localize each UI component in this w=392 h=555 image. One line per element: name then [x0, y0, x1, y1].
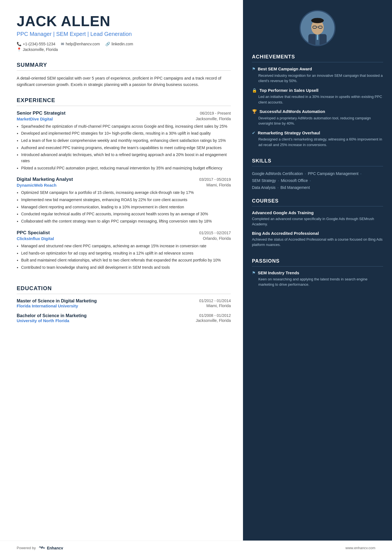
passion-flag-icon: ⚑ [252, 270, 255, 275]
checkmark-icon: ✔ [252, 130, 255, 135]
course-2-title: Bing Ads Accredited Professional [252, 231, 383, 236]
passion-1-title: SEM Industry Trends [258, 270, 299, 275]
course-2-desc: Achieved the status of Accredited Profes… [252, 237, 383, 248]
job-2-header: Digital Marketing Analyst 03/2017 - 05/2… [17, 177, 231, 182]
job-3-header: PPC Specialist 01/2015 - 02/2017 [17, 230, 231, 236]
job-2-bullets: Optimized SEM campaigns for a portfolio … [17, 190, 231, 224]
lock-icon: 🔒 [252, 88, 257, 93]
email-value: help@enhancv.com [66, 42, 100, 46]
contact-row: 📞 +1-(234)-555-1234 ✉ help@enhancv.com 🔗… [17, 42, 231, 46]
job-1-header: Senior PPC Strategist 06/2019 - Present [17, 110, 231, 116]
skill-item: SEM Strategy [252, 178, 276, 183]
achievement-4: ✔ Remarketing Strategy Overhaul Redesign… [252, 130, 383, 148]
skill-dot: · [359, 171, 361, 176]
edu-1-date: 01/2012 - 01/2014 [199, 299, 231, 304]
powered-by-text: Powered by [17, 546, 36, 550]
job-1-location: Jacksonville, Florida [196, 117, 231, 121]
skill-item: Bid Management [281, 185, 310, 190]
bullet-item: Developed and implemented PPC strategies… [21, 130, 231, 137]
location-icon: 📍 [17, 47, 21, 52]
phone-icon: 📞 [17, 42, 21, 46]
bullet-item: Conducted regular technical audits of PP… [21, 211, 231, 217]
experience-section: EXPERIENCE Senior PPC Strategist 06/2019… [17, 97, 231, 276]
bullet-item: Spearheaded the optimization of multi-ch… [21, 124, 231, 130]
edu-2-date: 01/2008 - 01/2012 [199, 313, 231, 318]
job-1-bullets: Spearheaded the optimization of multi-ch… [17, 124, 231, 171]
skill-item: Microsoft Office [281, 178, 308, 183]
location-row: 📍 Jacksonville, Florida [17, 47, 231, 52]
job-1-company-row: MarketDive Digital Jacksonville, Florida [17, 117, 231, 121]
summary-section: SUMMARY A detail-oriented SEM specialist… [17, 62, 231, 88]
achievement-3-header: 🏆 Successful AdWords Automation [252, 109, 383, 114]
linkedin-contact: 🔗 linkedin.com [105, 42, 133, 46]
job-3-date: 01/2015 - 02/2017 [199, 231, 231, 235]
enhancv-logo: Enhancv [38, 545, 63, 551]
job-3-company: ClicksInflux Digital [17, 236, 54, 241]
brand-name: Enhancv [47, 546, 63, 550]
candidate-title: PPC Manager | SEM Expert | Lead Generati… [17, 31, 231, 37]
header-section: JACK ALLEN PPC Manager | SEM Expert | Le… [17, 13, 231, 53]
passion-1-desc: Keen on researching and applying the lat… [252, 277, 383, 287]
experience-title: EXPERIENCE [17, 97, 231, 106]
achievement-4-desc: Redesigned a client's remarketing strate… [252, 137, 383, 147]
achievement-3-title: Successful AdWords Automation [259, 109, 325, 114]
edu-2-degree: Bachelor of Science in Marketing [17, 313, 87, 318]
logo-icon [38, 545, 46, 551]
bullet-item: Implemented new bid management strategie… [21, 197, 231, 203]
phone-contact: 📞 +1-(234)-555-1234 [17, 42, 55, 46]
edu-1-school-row: Florida International University Miami, … [17, 304, 231, 308]
achievement-1: ⚑ Best SEM Campaign Award Received indus… [252, 66, 383, 84]
footer-website: www.enhancv.com [346, 546, 375, 550]
skill-item: Google AdWords Certification [252, 171, 303, 176]
location-contact: 📍 Jacksonville, Florida [17, 47, 58, 52]
bullet-item: Authored and executed PPC training progr… [21, 145, 231, 151]
trophy-icon: 🏆 [252, 109, 257, 114]
bullet-item: Managed and structured new client PPC ca… [21, 243, 231, 249]
edu-1-header: Master of Science in Digital Marketing 0… [17, 299, 231, 304]
bullet-item: Piloted a successful PPC automation proj… [21, 165, 231, 171]
edu-2-school: University of North Florida [17, 318, 69, 323]
avatar [299, 10, 336, 46]
bullet-item: Managed client reporting and communicati… [21, 204, 231, 210]
footer: Powered by Enhancv www.enhancv.com [0, 541, 392, 555]
skill-dot: · [277, 178, 279, 183]
skill-dot: · [309, 178, 311, 183]
job-3-bullets: Managed and structured new client PPC ca… [17, 243, 231, 271]
job-1-company: MarketDive Digital [17, 117, 53, 121]
achievement-2-desc: Led an initiative that resulted in a 30%… [252, 94, 383, 105]
bullet-item: Contributed to team knowledge sharing an… [21, 265, 231, 271]
bullet-item: Optimized SEM campaigns for a portfolio … [21, 190, 231, 196]
candidate-name: JACK ALLEN [17, 13, 231, 29]
linkedin-value: linkedin.com [111, 42, 133, 46]
svg-rect-3 [317, 34, 318, 40]
location-value: Jacksonville, Florida [23, 47, 58, 52]
achievement-3: 🏆 Successful AdWords Automation Develope… [252, 109, 383, 126]
edu-1: Master of Science in Digital Marketing 0… [17, 299, 231, 308]
job-2-company-row: DynamicWeb Reach Miami, Florida [17, 183, 231, 188]
bullet-item: Led a team of five to deliver comprehens… [21, 138, 231, 144]
email-contact: ✉ help@enhancv.com [61, 42, 100, 46]
summary-text: A detail-oriented SEM specialist with ov… [17, 75, 231, 88]
job-2-date: 03/2017 - 05/2019 [199, 177, 231, 182]
email-icon: ✉ [61, 42, 64, 46]
course-1: Advanced Google Ads Training Completed a… [252, 210, 383, 227]
job-2-title: Digital Marketing Analyst [17, 177, 73, 182]
bullet-item: Led hands-on optimization for ad copy an… [21, 250, 231, 256]
svg-point-8 [311, 18, 324, 23]
job-2-location: Miami, Florida [206, 183, 231, 188]
course-1-title: Advanced Google Ads Training [252, 210, 383, 215]
skill-item: PPC Campaign Management [308, 171, 358, 176]
job-3-company-row: ClicksInflux Digital Orlando, Florida [17, 236, 231, 241]
achievement-1-header: ⚑ Best SEM Campaign Award [252, 66, 383, 72]
courses-title: COURSES [252, 198, 383, 206]
achievement-4-title: Remarketing Strategy Overhaul [258, 130, 320, 136]
achievement-2-title: Top Performer in Sales Upsell [259, 88, 318, 93]
courses-section: COURSES Advanced Google Ads Training Com… [243, 198, 392, 251]
edu-1-school: Florida International University [17, 304, 78, 308]
edu-2-school-row: University of North Florida Jacksonville… [17, 318, 231, 323]
job-2-company: DynamicWeb Reach [17, 183, 56, 188]
job-2: Digital Marketing Analyst 03/2017 - 05/2… [17, 177, 231, 224]
achievements-section: ACHIEVEMENTS ⚑ Best SEM Campaign Award R… [243, 54, 392, 151]
achievement-1-title: Best SEM Campaign Award [258, 66, 312, 72]
achievement-1-desc: Received industry recognition for an inn… [252, 73, 383, 84]
